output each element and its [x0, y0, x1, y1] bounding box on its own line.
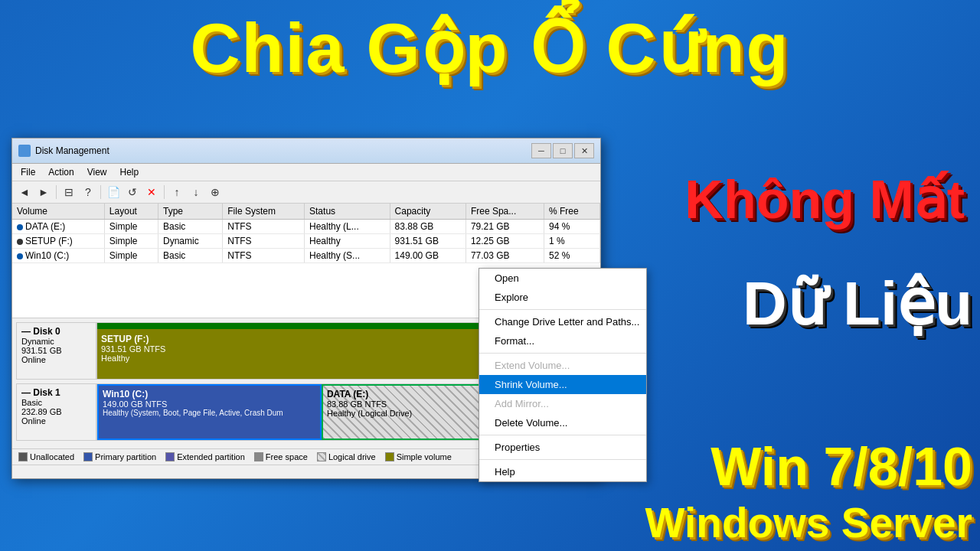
bg-subtitle1: Không Mất: [684, 168, 965, 231]
menu-file[interactable]: File: [16, 165, 40, 179]
ctx-item-shrink-volume-[interactable]: Shrink Volume...: [479, 375, 646, 394]
legend-extended: Extended partition: [165, 452, 245, 461]
cell-volume: DATA (E:): [12, 220, 104, 234]
toolbar-sep2: [100, 185, 101, 199]
cell-capacity: 83.88 GB: [390, 220, 466, 234]
legend-simple: Simple volume: [385, 452, 452, 461]
ctx-item-extend-volume-: Extend Volume...: [479, 356, 646, 375]
close-button[interactable]: ✕: [574, 143, 594, 158]
toolbar-sep1: [56, 185, 57, 199]
bg-subtitle4: Windows Server: [645, 498, 972, 547]
cancel-button[interactable]: ⊕: [207, 184, 224, 201]
menubar: File Action View Help: [12, 164, 600, 181]
ctx-item-change-drive-letter-and-paths-[interactable]: Change Drive Letter and Paths...: [479, 312, 646, 331]
rescan-button[interactable]: ↺: [124, 184, 141, 201]
legend-box-logical: [317, 452, 326, 461]
maximize-button[interactable]: □: [553, 143, 573, 158]
cell-layout: Simple: [104, 249, 158, 263]
cell-free: 79.21 GB: [466, 220, 544, 234]
cell-fs: NTFS: [223, 234, 305, 249]
cell-capacity: 149.00 GB: [390, 249, 466, 263]
bg-title: Chia Gộp Ổ Cứng: [0, 8, 980, 88]
legend-label-extended: Extended partition: [177, 452, 245, 461]
cell-layout: Simple: [104, 234, 158, 249]
menu-help[interactable]: Help: [116, 165, 144, 179]
disk1-size: 232.89 GB: [21, 407, 91, 416]
ctx-item-delete-volume-[interactable]: Delete Volume...: [479, 413, 646, 432]
cell-layout: Simple: [104, 220, 158, 234]
table-row[interactable]: SETUP (F:) Simple Dynamic NTFS Healthy 9…: [12, 234, 600, 249]
legend-box-primary: [83, 452, 93, 461]
cell-fs: NTFS: [223, 249, 305, 263]
vol-dot: [17, 239, 23, 245]
down-button[interactable]: ↓: [188, 184, 204, 201]
cell-type: Basic: [158, 220, 222, 234]
titlebar-left: Disk Management: [18, 145, 109, 157]
legend-box-free: [254, 452, 263, 461]
legend-box-extended: [165, 452, 175, 461]
disk0-type: Dynamic: [21, 337, 91, 346]
menu-view[interactable]: View: [83, 165, 112, 179]
ctx-separator: [479, 459, 646, 460]
app-icon: [18, 145, 31, 157]
table-row[interactable]: Win10 (C:) Simple Basic NTFS Healthy (S.…: [12, 249, 600, 263]
cell-volume: SETUP (F:): [12, 234, 104, 249]
legend-primary: Primary partition: [83, 452, 156, 461]
ctx-item-open[interactable]: Open: [479, 269, 646, 288]
ctx-item-add-mirror-: Add Mirror...: [479, 394, 646, 413]
window-title: Disk Management: [35, 145, 109, 156]
delete-button[interactable]: ✕: [143, 184, 160, 201]
up-button[interactable]: ↑: [168, 184, 185, 201]
newvol-button[interactable]: 📄: [105, 184, 122, 201]
col-type: Type: [158, 204, 222, 220]
forward-button[interactable]: ►: [35, 184, 52, 201]
volume-table: Volume Layout Type File System Status Ca…: [12, 204, 600, 263]
legend-box-simple: [385, 452, 394, 461]
cell-capacity: 931.51 GB: [390, 234, 466, 249]
bg-subtitle3: Win 7/8/10: [710, 436, 972, 497]
cell-volume: Win10 (C:): [12, 249, 104, 263]
partition-win10[interactable]: Win10 (C:) 149.00 GB NTFS Healthy (Syste…: [97, 384, 322, 440]
prop-button[interactable]: ⊟: [60, 184, 77, 201]
disk1-name: — Disk 1: [21, 387, 91, 398]
legend-label-simple: Simple volume: [397, 452, 452, 461]
vol-dot: [17, 253, 23, 259]
cell-fs: NTFS: [223, 220, 305, 234]
legend-label-unalloc: Unallocated: [30, 452, 74, 461]
vol-dot: [17, 224, 23, 230]
table-row[interactable]: DATA (E:) Simple Basic NTFS Healthy (L..…: [12, 220, 600, 234]
disk1-status: Online: [21, 416, 91, 425]
disk0-name: — Disk 0: [21, 326, 91, 337]
help-button[interactable]: ?: [80, 184, 96, 201]
ctx-separator: [479, 435, 646, 435]
col-freespace: Free Spa...: [466, 204, 544, 220]
ctx-item-properties[interactable]: Properties: [479, 438, 646, 457]
cell-status: Healthy (S...: [305, 249, 390, 263]
ctx-item-format-[interactable]: Format...: [479, 331, 646, 350]
cell-type: Basic: [158, 249, 222, 263]
cell-pct: 1 %: [544, 234, 600, 249]
legend-logical: Logical drive: [317, 452, 376, 461]
toolbar: ◄ ► ⊟ ? 📄 ↺ ✕ ↑ ↓ ⊕: [12, 181, 600, 204]
legend-unalloc: Unallocated: [18, 452, 74, 461]
legend-label-primary: Primary partition: [95, 452, 156, 461]
ctx-separator: [479, 353, 646, 354]
col-layout: Layout: [104, 204, 158, 220]
cell-free: 77.03 GB: [466, 249, 544, 263]
legend-free: Free space: [254, 452, 308, 461]
col-capacity: Capacity: [390, 204, 466, 220]
disk0-label: — Disk 0 Dynamic 931.51 GB Online: [16, 322, 96, 380]
context-menu: OpenExploreChange Drive Letter and Paths…: [479, 268, 647, 482]
back-button[interactable]: ◄: [16, 184, 33, 201]
legend-label-logical: Logical drive: [328, 452, 376, 461]
toolbar-sep3: [164, 185, 165, 199]
minimize-button[interactable]: ─: [531, 143, 551, 158]
ctx-separator: [479, 309, 646, 310]
col-status: Status: [305, 204, 390, 220]
ctx-item-explore[interactable]: Explore: [479, 288, 646, 307]
menu-action[interactable]: Action: [44, 165, 78, 179]
window-controls: ─ □ ✕: [531, 143, 594, 158]
partition-data[interactable]: DATA (E:) 83.88 GB NTFS Healthy (Logical…: [322, 384, 496, 440]
ctx-item-help[interactable]: Help: [479, 462, 646, 481]
cell-pct: 94 %: [544, 220, 600, 234]
